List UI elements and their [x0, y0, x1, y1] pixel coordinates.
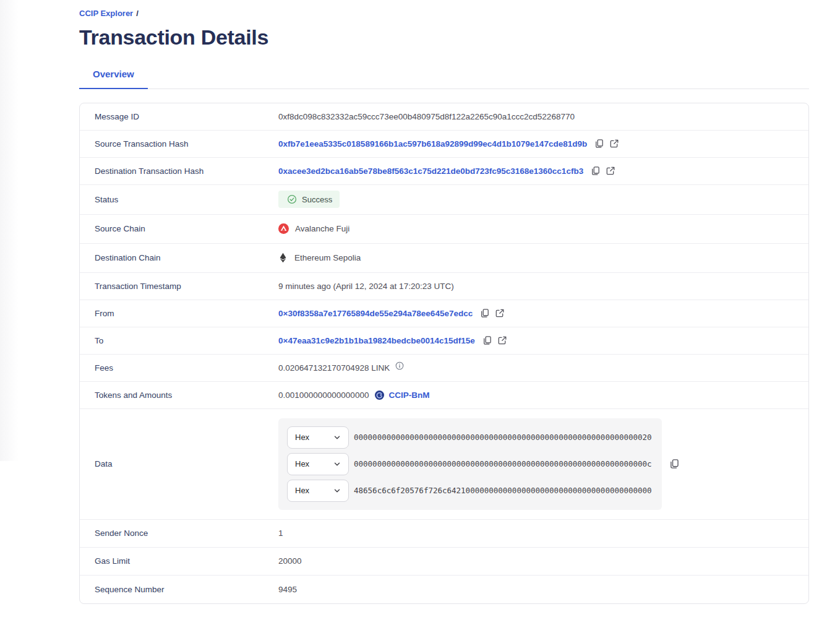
copy-icon[interactable]	[482, 335, 492, 345]
format-select[interactable]: Hex	[287, 426, 349, 449]
to-label: To	[95, 336, 278, 345]
data-hex-box: Hex 000000000000000000000000000000000000…	[278, 418, 662, 510]
data-line: Hex 000000000000000000000000000000000000…	[287, 453, 662, 475]
status-value: Success	[302, 195, 332, 204]
external-link-icon[interactable]	[497, 335, 507, 345]
format-select-value: Hex	[295, 459, 309, 468]
page-edge-shadow	[0, 0, 19, 461]
row-gas-limit: Gas Limit 20000	[80, 548, 808, 576]
fees-value: 0.020647132170704928 LINK	[278, 363, 390, 373]
row-status: Status Success	[80, 185, 808, 215]
row-source-chain: Source Chain Avalanche Fuji	[80, 215, 808, 244]
row-data: Data Hex 0000000000000000000000000000000…	[80, 409, 808, 520]
from-label: From	[95, 309, 278, 318]
copy-icon[interactable]	[591, 166, 601, 176]
sequence-number-label: Sequence Number	[95, 585, 278, 594]
fees-label: Fees	[95, 363, 278, 373]
row-sequence-number: Sequence Number 9495	[80, 576, 808, 603]
check-circle-icon	[287, 194, 297, 204]
row-fees: Fees 0.020647132170704928 LINK	[80, 355, 808, 382]
chevron-down-icon	[333, 487, 341, 494]
destination-chain-value-wrap: Ethereum Sepolia	[278, 252, 361, 263]
external-link-icon[interactable]	[606, 166, 615, 176]
timestamp-value: 9 minutes ago (April 12, 2024 at 17:20:2…	[278, 282, 454, 291]
tab-bar: Overview	[79, 69, 809, 89]
destination-chain-label: Destination Chain	[95, 253, 278, 262]
breadcrumb: CCIP Explorer/	[79, 9, 809, 19]
source-chain-value: Avalanche Fuji	[295, 224, 349, 233]
timestamp-label: Transaction Timestamp	[95, 282, 278, 291]
external-link-icon[interactable]	[609, 139, 619, 149]
gas-limit-value: 20000	[278, 556, 302, 566]
token-amount-value: 0.001000000000000000	[278, 391, 369, 400]
breadcrumb-separator: /	[136, 9, 139, 18]
ccip-bnm-token-icon	[375, 391, 384, 400]
source-tx-hash-label: Source Transaction Hash	[95, 139, 278, 149]
format-select-value: Hex	[295, 486, 309, 495]
to-address-link[interactable]: 0×47eaa31c9e2b1b1ba19824bedcbe0014c15df1…	[278, 336, 475, 345]
avalanche-icon	[278, 223, 289, 234]
copy-icon[interactable]	[594, 139, 604, 149]
row-message-id: Message ID 0xf8dc098c832332ac59ccc73ee00…	[80, 103, 808, 131]
data-line: Hex 000000000000000000000000000000000000…	[287, 426, 662, 449]
data-hex-value: 0000000000000000000000000000000000000000…	[354, 433, 652, 442]
message-id-label: Message ID	[95, 112, 278, 121]
main-content: CCIP Explorer/ Transaction Details Overv…	[79, 0, 809, 604]
chevron-down-icon	[333, 460, 341, 468]
status-badge: Success	[278, 191, 340, 208]
token-link[interactable]: CCIP-BnM	[388, 391, 429, 400]
sender-nonce-value: 1	[278, 529, 283, 538]
page-title: Transaction Details	[79, 24, 809, 50]
breadcrumb-link-ccip-explorer[interactable]: CCIP Explorer	[79, 9, 133, 18]
source-chain-label: Source Chain	[95, 224, 278, 233]
row-source-transaction-hash: Source Transaction Hash 0xfb7e1eea5335c0…	[80, 131, 808, 158]
row-transaction-timestamp: Transaction Timestamp 9 minutes ago (Apr…	[80, 273, 808, 300]
copy-icon[interactable]	[480, 308, 490, 318]
data-line: Hex 48656c6c6f20576f726c6421000000000000…	[287, 480, 662, 502]
message-id-value: 0xf8dc098c832332ac59ccc73ee00b480975d8f1…	[278, 112, 575, 121]
info-icon[interactable]	[395, 361, 404, 370]
copy-icon[interactable]	[669, 459, 680, 469]
row-tokens-and-amounts: Tokens and Amounts 0.001000000000000000 …	[80, 382, 808, 409]
destination-chain-value: Ethereum Sepolia	[294, 253, 361, 262]
data-label: Data	[95, 459, 278, 468]
gas-limit-label: Gas Limit	[95, 556, 278, 566]
from-address-link[interactable]: 0×30f8358a7e17765894de55e294a78ee645e7ed…	[278, 309, 473, 318]
row-destination-chain: Destination Chain Ethereum Sepolia	[80, 244, 808, 273]
row-sender-nonce: Sender Nonce 1	[80, 520, 808, 548]
source-chain-value-wrap: Avalanche Fuji	[278, 223, 349, 234]
tab-overview[interactable]: Overview	[79, 69, 148, 89]
destination-tx-hash-link[interactable]: 0xacee3ed2bca16ab5e78be8f563c1c75d221de0…	[278, 166, 583, 176]
destination-tx-hash-label: Destination Transaction Hash	[95, 166, 278, 176]
format-select-value: Hex	[295, 433, 309, 442]
chevron-down-icon	[333, 434, 341, 441]
row-from: From 0×30f8358a7e17765894de55e294a78ee64…	[80, 300, 808, 327]
data-hex-value: 48656c6c6f20576f726c64210000000000000000…	[354, 486, 652, 495]
status-label: Status	[95, 195, 278, 204]
row-destination-transaction-hash: Destination Transaction Hash 0xacee3ed2b…	[80, 158, 808, 185]
sender-nonce-label: Sender Nonce	[95, 529, 278, 538]
tokens-label: Tokens and Amounts	[95, 391, 278, 400]
transaction-details-table: Message ID 0xf8dc098c832332ac59ccc73ee00…	[79, 103, 809, 604]
format-select[interactable]: Hex	[287, 453, 349, 475]
ethereum-icon	[280, 252, 286, 263]
format-select[interactable]: Hex	[287, 480, 349, 502]
external-link-icon[interactable]	[495, 308, 505, 318]
data-hex-value: 0000000000000000000000000000000000000000…	[354, 459, 652, 468]
sequence-number-value: 9495	[278, 585, 297, 594]
source-tx-hash-link[interactable]: 0xfb7e1eea5335c018589166b1ac597b618a9289…	[278, 139, 587, 149]
row-to: To 0×47eaa31c9e2b1b1ba19824bedcbe0014c15…	[80, 327, 808, 355]
